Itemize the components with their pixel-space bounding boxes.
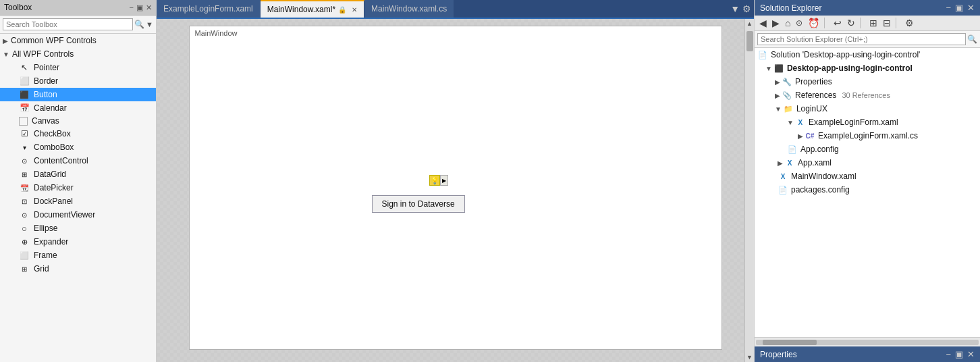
toolbox-item-datepicker[interactable]: 📆 DatePicker <box>0 181 156 195</box>
main-editor-area: ExampleLoginForm.xaml MainWindow.xaml* 🔒… <box>157 0 754 362</box>
se-label-packages-config: packages.config <box>791 185 850 195</box>
toolbox-search-input[interactable] <box>3 18 133 30</box>
solution-explorer-search-input[interactable] <box>757 33 966 45</box>
toolbox-item-label-contentcontrol: ContentControl <box>34 156 88 165</box>
properties-close-icon[interactable]: ✕ <box>967 349 975 359</box>
solution-explorer-title: Solution Explorer <box>760 3 821 13</box>
toolbox-item-frame[interactable]: ⬜ Frame <box>0 249 156 262</box>
toolbox-dropdown-icon[interactable]: ▼ <box>146 20 153 28</box>
se-item-appxaml[interactable]: ▶ X App.xaml <box>755 156 980 170</box>
se-label-properties: Properties <box>795 77 832 86</box>
se-arrow-references[interactable]: ▶ <box>775 92 780 99</box>
toolbox-item-label-pointer: Pointer <box>34 63 59 72</box>
toolbox-item-datagrid[interactable]: ⊞ DataGrid <box>0 167 156 181</box>
se-arrow-exampleloginform[interactable]: ▼ <box>787 119 794 126</box>
se-toolbar-collapse-icon[interactable]: ⊟ <box>881 17 893 29</box>
sign-in-button[interactable]: Sign in to Dataverse <box>372 195 465 213</box>
arrow-right-icon[interactable]: ▶ <box>440 175 448 186</box>
tab-example-login-form[interactable]: ExampleLoginForm.xaml <box>157 0 261 18</box>
se-dock-icon[interactable]: ▣ <box>955 3 963 13</box>
designer-indicator: 💡 ▶ <box>429 175 448 186</box>
solution-explorer-search-icon[interactable]: 🔍 <box>967 34 977 44</box>
toolbox-item-ellipse[interactable]: ○ Ellipse <box>0 222 156 235</box>
toolbox-item-border[interactable]: ⬜ Border <box>0 74 156 88</box>
tab-close-mainwindow-xaml[interactable]: ✕ <box>352 6 357 14</box>
se-toolbar-sep1 <box>824 18 829 28</box>
se-toolbar-expand-icon[interactable]: ⊞ <box>867 17 879 29</box>
se-toolbar-back-icon[interactable]: ◀ <box>757 17 769 29</box>
se-item-solution[interactable]: 📄 Solution 'Desktop-app-using-login-cont… <box>755 48 980 61</box>
toolbox-search-icon[interactable]: 🔍 <box>134 20 144 29</box>
toolbox-item-contentcontrol[interactable]: ⊙ ContentControl <box>0 154 156 167</box>
se-toolbar-settings-icon[interactable]: ⚙ <box>903 17 916 29</box>
se-item-packages-config[interactable]: 📄 packages.config <box>755 183 980 197</box>
toolbox-item-dockpanel[interactable]: ⊡ DockPanel <box>0 195 156 208</box>
se-toolbar-forward-icon[interactable]: ▶ <box>770 17 782 29</box>
toolbox-close-icon[interactable]: ✕ <box>146 3 152 12</box>
se-item-references[interactable]: ▶ 📎 References 30 References <box>755 88 980 102</box>
toolbox-item-pointer[interactable]: ↖ Pointer <box>0 61 156 74</box>
se-arrow-appxaml[interactable]: ▶ <box>778 159 783 167</box>
toolbox-item-documentviewer[interactable]: ⊙ DocumentViewer <box>0 208 156 222</box>
designer-button-container: Sign in to Dataverse <box>372 195 465 213</box>
toolbox-item-calendar[interactable]: 📅 Calendar <box>0 101 156 115</box>
se-item-project[interactable]: ▼ ⬛ Desktop-app-using-login-control <box>755 61 980 75</box>
tab-bar-end: ▼ ⚙ <box>730 0 754 18</box>
tab-mainwindow-xaml[interactable]: MainWindow.xaml* 🔒 ✕ <box>261 0 364 18</box>
se-arrow-loginux[interactable]: ▼ <box>775 105 782 113</box>
se-item-properties[interactable]: ▶ 🔧 Properties <box>755 75 980 88</box>
scroll-thumb[interactable] <box>746 31 753 51</box>
se-toolbar-home-icon[interactable]: ⌂ <box>783 17 792 29</box>
se-item-mainwindow-xaml[interactable]: X MainWindow.xaml <box>755 170 980 183</box>
se-label-mainwindow-xaml: MainWindow.xaml <box>791 172 856 181</box>
se-item-exampleloginform-xaml[interactable]: ▼ X ExampleLoginForm.xaml <box>755 115 980 129</box>
canvas-icon <box>19 117 28 126</box>
solution-explorer-scrollbar[interactable] <box>755 337 980 346</box>
toolbox-list: ▶ Common WPF Controls ▼ All WPF Controls… <box>0 34 156 362</box>
toolbox-item-label-frame: Frame <box>34 251 57 260</box>
toolbox-item-checkbox[interactable]: ☑ CheckBox <box>0 127 156 140</box>
toolbox-item-button[interactable]: ⬛ Button <box>0 88 156 101</box>
documentviewer-icon: ⊙ <box>19 209 30 220</box>
toolbox-dock-icon[interactable]: ▣ <box>136 3 143 12</box>
grid-icon: ⊞ <box>19 263 30 274</box>
config-icon-app: 📄 <box>787 144 798 155</box>
toolbox-pin-icon[interactable]: − <box>130 3 134 11</box>
properties-dock-icon[interactable]: ▣ <box>955 349 963 359</box>
lightbulb-icon[interactable]: 💡 <box>429 175 440 186</box>
tab-mainwindow-xaml-cs[interactable]: MainWindow.xaml.cs <box>364 0 454 18</box>
toolbox-item-label-datepicker: DatePicker <box>34 183 74 192</box>
xaml-icon-app: X <box>784 157 795 168</box>
scrollbar-thumb[interactable] <box>763 340 817 345</box>
properties-header-icons: − ▣ ✕ <box>946 349 975 359</box>
references-icon: 📎 <box>782 90 792 101</box>
toolbox-category-common[interactable]: ▶ Common WPF Controls <box>0 34 156 47</box>
se-label-loginux: LoginUX <box>796 104 827 113</box>
toolbox-item-combobox[interactable]: ▾ ComboBox <box>0 140 156 154</box>
tab-dropdown-icon[interactable]: ▼ <box>730 3 740 14</box>
toolbox-category-all[interactable]: ▼ All WPF Controls <box>0 47 156 61</box>
se-close-icon[interactable]: ✕ <box>967 3 975 13</box>
se-toolbar-clock-icon[interactable]: ⏰ <box>806 17 821 29</box>
se-item-exampleloginform-cs[interactable]: ▶ C# ExampleLoginForm.xaml.cs <box>755 129 980 143</box>
se-toolbar-refresh-icon[interactable]: ↻ <box>845 17 857 29</box>
toolbox-item-label-dockpanel: DockPanel <box>34 197 73 206</box>
toolbox-item-expander[interactable]: ⊕ Expander <box>0 235 156 249</box>
tab-settings-icon[interactable]: ⚙ <box>742 3 751 14</box>
se-toolbar-undo-icon[interactable]: ↩ <box>832 17 844 29</box>
ellipse-icon: ○ <box>19 223 30 234</box>
se-item-appconfig[interactable]: 📄 App.config <box>755 143 980 156</box>
se-arrow-exampleloginform-cs[interactable]: ▶ <box>798 132 803 140</box>
solution-explorer-search-bar: 🔍 <box>755 31 980 48</box>
se-item-loginux[interactable]: ▼ 📁 LoginUX <box>755 102 980 115</box>
scroll-up-arrow[interactable]: ▲ <box>745 19 754 28</box>
se-pin-icon[interactable]: − <box>946 3 951 13</box>
se-toolbar-sync-icon[interactable]: ⊙ <box>794 18 805 28</box>
properties-pin-icon[interactable]: − <box>946 349 951 359</box>
toolbox-item-canvas[interactable]: Canvas <box>0 115 156 127</box>
se-arrow-project[interactable]: ▼ <box>765 65 772 72</box>
toolbox-item-grid[interactable]: ⊞ Grid <box>0 262 156 276</box>
se-arrow-properties[interactable]: ▶ <box>775 78 780 86</box>
toolbox-item-label-button: Button <box>34 90 57 99</box>
scroll-down-arrow[interactable]: ▼ <box>745 353 754 362</box>
